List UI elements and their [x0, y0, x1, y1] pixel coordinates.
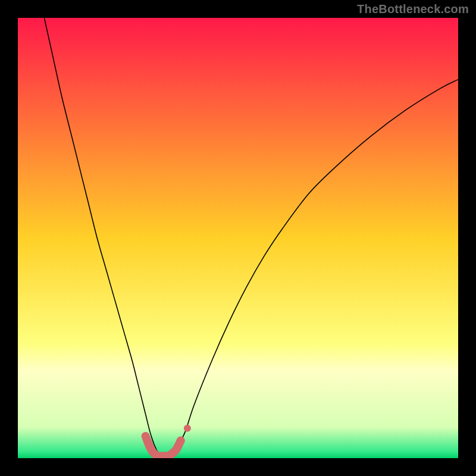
watermark-text: TheBottleneck.com — [357, 2, 469, 16]
chart-svg — [0, 0, 476, 476]
chart-frame: TheBottleneck.com — [0, 0, 476, 476]
plot-background — [18, 18, 458, 458]
marker-dot — [184, 425, 191, 432]
